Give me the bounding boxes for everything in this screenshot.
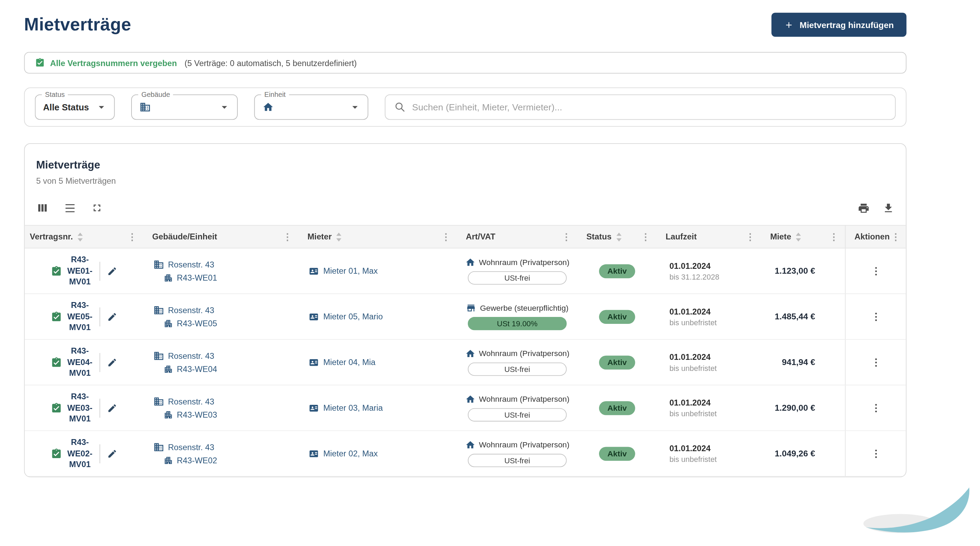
usage-type: Wohnraum (Privatperson) <box>479 349 570 358</box>
edit-icon <box>107 403 117 413</box>
kebab-icon <box>870 265 881 277</box>
status-cell: Aktiv <box>578 431 657 476</box>
column-menu-icon[interactable]: ⋮ <box>640 232 652 241</box>
clipboard-check-icon <box>51 265 62 277</box>
sort-icon[interactable] <box>77 232 83 241</box>
column-header-miete[interactable]: Miete ⋮ <box>761 226 845 248</box>
table-header: Vertragsnr. ⋮ Gebäude/Einheit ⋮ Mieter ⋮… <box>25 225 905 248</box>
table-row[interactable]: R43- WE05- MV01 Rosenstr. 43 R43-WE05 Mi… <box>25 294 905 340</box>
edit-contract-button[interactable] <box>107 266 117 276</box>
actions-cell <box>845 431 906 476</box>
density-button[interactable] <box>64 202 76 214</box>
divider <box>99 307 100 326</box>
building-name[interactable]: Rosenstr. 43 <box>168 351 214 361</box>
column-label: Art/VAT <box>466 232 495 241</box>
apartment-icon <box>164 410 173 419</box>
contract-number-line: R43- <box>71 437 89 448</box>
column-menu-icon[interactable]: ⋮ <box>440 232 452 241</box>
end-info: bis 31.12.2028 <box>669 272 719 281</box>
download-button[interactable] <box>882 202 894 214</box>
building-name[interactable]: Rosenstr. 43 <box>168 397 214 406</box>
edit-contract-button[interactable] <box>107 311 117 322</box>
apartment-icon <box>164 365 173 374</box>
row-actions-button[interactable] <box>870 311 881 322</box>
rent-cell: 1.290,00 € <box>761 385 845 430</box>
table-row[interactable]: R43- WE01- MV01 Rosenstr. 43 R43-WE01 Mi… <box>25 248 905 294</box>
sort-icon[interactable] <box>795 232 801 241</box>
column-header-mieter[interactable]: Mieter ⋮ <box>299 226 457 248</box>
building-name[interactable]: Rosenstr. 43 <box>168 260 214 269</box>
column-label: Mieter <box>307 232 331 241</box>
column-header-gebaeude-einheit[interactable]: Gebäude/Einheit ⋮ <box>143 226 299 248</box>
status-filter[interactable]: Status Alle Status <box>35 94 115 120</box>
column-menu-icon[interactable]: ⋮ <box>828 232 840 241</box>
unit-name[interactable]: R43-WE05 <box>177 319 217 328</box>
apartment-icon <box>164 273 173 283</box>
status-filter-value: Alle Status <box>43 102 89 112</box>
building-name[interactable]: Rosenstr. 43 <box>168 443 214 452</box>
tenant-name[interactable]: Mieter 01, Max <box>323 266 378 275</box>
type-vat-cell: Wohnraum (Privatperson) USt-frei <box>457 340 578 385</box>
row-actions-button[interactable] <box>870 265 881 277</box>
status-badge: Aktiv <box>599 355 635 369</box>
column-label: Miete <box>770 232 791 241</box>
table-row[interactable]: R43- WE03- MV01 Rosenstr. 43 R43-WE03 Mi… <box>25 385 905 431</box>
add-contract-button[interactable]: Mietvertrag hinzufügen <box>772 13 906 37</box>
rent-cell: 1.123,00 € <box>761 248 845 293</box>
column-header-laufzeit[interactable]: Laufzeit ⋮ <box>657 226 761 248</box>
column-menu-icon[interactable]: ⋮ <box>560 232 572 241</box>
column-label: Aktionen <box>854 232 890 241</box>
end-info: bis unbefristet <box>669 318 717 327</box>
columns-button[interactable] <box>36 202 49 215</box>
column-menu-icon[interactable]: ⋮ <box>282 232 293 241</box>
column-header-vertragsnr[interactable]: Vertragsnr. ⋮ <box>25 226 143 248</box>
rent-cell: 1.049,26 € <box>761 431 845 476</box>
tenant-name[interactable]: Mieter 02, Max <box>323 449 378 458</box>
contract-number-line: WE03- <box>67 403 92 414</box>
tenant-card-icon <box>309 357 319 367</box>
row-actions-button[interactable] <box>870 357 881 368</box>
status-badge: Aktiv <box>599 401 635 415</box>
edit-icon <box>107 266 117 276</box>
row-actions-button[interactable] <box>870 448 881 459</box>
table-row[interactable]: R43- WE02- MV01 Rosenstr. 43 R43-WE02 Mi… <box>25 431 905 477</box>
fullscreen-button[interactable] <box>91 202 103 213</box>
print-button[interactable] <box>858 202 870 214</box>
clipboard-check-icon <box>35 58 45 68</box>
column-header-aktionen[interactable]: Aktionen ⋮ <box>845 226 907 248</box>
edit-contract-button[interactable] <box>107 449 117 458</box>
edit-contract-button[interactable] <box>107 403 117 413</box>
column-menu-icon[interactable]: ⋮ <box>745 232 756 241</box>
unit-filter[interactable]: Einheit <box>255 94 369 120</box>
tenant-name[interactable]: Mieter 05, Mario <box>323 312 383 321</box>
apartment-icon <box>164 456 173 465</box>
edit-contract-button[interactable] <box>107 357 117 367</box>
column-menu-icon[interactable]: ⋮ <box>890 232 902 241</box>
tenant-name[interactable]: Mieter 03, Maria <box>323 403 383 412</box>
status-cell: Aktiv <box>578 294 657 339</box>
tenant-name[interactable]: Mieter 04, Mia <box>323 357 375 367</box>
building-icon <box>153 259 164 270</box>
unit-name[interactable]: R43-WE04 <box>177 365 217 374</box>
column-menu-icon[interactable]: ⋮ <box>126 232 138 241</box>
building-icon <box>153 305 164 315</box>
column-header-status[interactable]: Status ⋮ <box>578 226 657 248</box>
banner-detail: (5 Verträge: 0 automatisch, 5 benutzerde… <box>185 58 357 67</box>
unit-name[interactable]: R43-WE01 <box>177 273 217 283</box>
table-row[interactable]: R43- WE04- MV01 Rosenstr. 43 R43-WE04 Mi… <box>25 340 905 385</box>
row-actions-button[interactable] <box>870 402 881 414</box>
density-icon <box>64 202 76 214</box>
sort-icon[interactable] <box>616 232 622 241</box>
contracts-card: Mietverträge 5 von 5 Mietverträgen Vertr… <box>24 143 907 477</box>
contract-number-line: WE05- <box>67 311 92 322</box>
search-input[interactable] <box>412 102 886 112</box>
unit-name[interactable]: R43-WE03 <box>177 410 217 419</box>
sort-icon[interactable] <box>336 232 342 241</box>
clipboard-check-icon <box>51 402 62 414</box>
column-header-art-vat[interactable]: Art/VAT ⋮ <box>457 226 578 248</box>
end-info: bis unbefristet <box>669 455 717 464</box>
actions-cell <box>845 294 906 339</box>
building-name[interactable]: Rosenstr. 43 <box>168 306 214 315</box>
building-filter[interactable]: Gebäude <box>131 94 238 120</box>
unit-name[interactable]: R43-WE02 <box>177 456 217 465</box>
